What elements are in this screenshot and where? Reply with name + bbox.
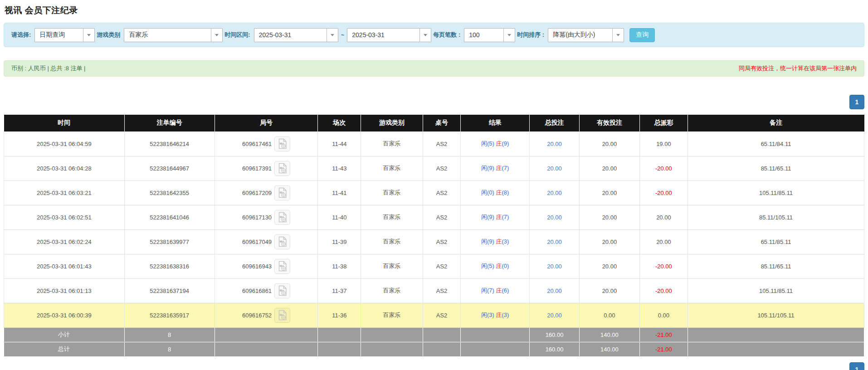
total-bet-link[interactable]: 20.00 xyxy=(547,312,562,319)
round-number: 609616943 xyxy=(242,263,272,270)
table-row: 2025-03-31 06:03:21522381642355609617209… xyxy=(4,180,864,205)
page-1-button-bottom[interactable]: 1 xyxy=(849,362,864,370)
search-button[interactable]: 查询 xyxy=(629,28,655,42)
chevron-down-icon xyxy=(419,29,431,42)
cell-table-no: AS2 xyxy=(423,131,460,156)
cell-total-bet[interactable]: 20.00 xyxy=(530,229,580,254)
cell-result: 闲(9) 庄(7) xyxy=(461,156,530,180)
cell-time: 2025-03-31 06:01:43 xyxy=(4,254,125,278)
cell-time: 2025-03-31 06:04:59 xyxy=(4,131,125,156)
chevron-down-icon xyxy=(83,29,94,42)
total-row-cell xyxy=(461,342,530,356)
cell-session: 11-41 xyxy=(318,180,361,205)
cell-result: 闲(0) 庄(8) xyxy=(461,180,530,205)
cell-total-bet[interactable]: 20.00 xyxy=(530,205,580,229)
cell-note: 105.11/105.11 xyxy=(688,303,864,327)
subtotal-row-cell: 小计 xyxy=(4,327,125,342)
cell-time: 2025-03-31 06:02:51 xyxy=(4,205,125,229)
result-banker: 庄 xyxy=(494,238,502,245)
cell-note: 85.11/105.11 xyxy=(688,205,864,229)
cell-total-bet[interactable]: 20.00 xyxy=(530,131,580,156)
video-file-icon[interactable] xyxy=(274,185,290,200)
cell-round: 609616943 xyxy=(215,254,318,278)
total-row-cell xyxy=(361,342,423,356)
video-file-icon[interactable] xyxy=(274,234,290,249)
result-player: 闲(0) xyxy=(481,189,494,196)
query-type-select[interactable]: 日期查询 xyxy=(34,28,95,42)
result-banker-points: (3) xyxy=(502,238,509,245)
result-player: 闲(5) xyxy=(481,263,494,269)
video-file-icon[interactable] xyxy=(274,259,290,274)
cell-note: 85.11/65.11 xyxy=(688,254,864,278)
cell-game-type: 百家乐 xyxy=(361,156,423,180)
cell-valid-bet: 20.00 xyxy=(580,278,640,303)
result-player: 闲(7) xyxy=(481,287,494,294)
video-file-icon[interactable] xyxy=(274,161,290,176)
cell-payout: 0.00 xyxy=(639,303,688,327)
cell-valid-bet: 20.00 xyxy=(580,229,640,254)
video-file-icon[interactable] xyxy=(274,308,290,323)
total-bet-link[interactable]: 20.00 xyxy=(547,141,562,147)
cell-total-bet[interactable]: 20.00 xyxy=(530,180,580,205)
cell-total-bet[interactable]: 20.00 xyxy=(530,156,580,180)
chevron-down-icon xyxy=(503,29,515,42)
cell-total-bet[interactable]: 20.00 xyxy=(530,254,580,278)
total-bet-link[interactable]: 20.00 xyxy=(547,214,562,221)
cell-note: 65.11/84.11 xyxy=(688,131,864,156)
result-banker: 庄 xyxy=(494,189,502,196)
subtotal-row-cell xyxy=(215,327,318,342)
cell-round: 609616861 xyxy=(215,278,318,303)
cell-table-no: AS2 xyxy=(423,278,460,303)
time-sort-select[interactable]: 降冪(由大到小) xyxy=(548,28,624,42)
cell-bet-id: 522381638316 xyxy=(124,254,215,278)
table-row: 2025-03-31 06:01:13522381637194609616861… xyxy=(4,278,864,303)
table-row: 2025-03-31 06:04:28522381644967609617391… xyxy=(4,156,864,180)
chevron-down-icon xyxy=(211,29,222,42)
cell-total-bet[interactable]: 20.00 xyxy=(530,303,580,327)
video-file-icon[interactable] xyxy=(274,283,290,298)
cell-valid-bet: 20.00 xyxy=(580,254,640,278)
total-row-cell xyxy=(688,342,864,356)
game-category-label: 游戏类别 xyxy=(97,31,120,39)
date-from-select[interactable]: 2025-03-31 xyxy=(254,28,338,42)
table-row: 2025-03-31 06:02:51522381641046609617130… xyxy=(4,205,864,229)
cell-session: 11-37 xyxy=(318,278,361,303)
cell-total-bet[interactable]: 20.00 xyxy=(530,278,580,303)
page-title: 视讯 会员下注纪录 xyxy=(5,5,864,16)
video-file-icon[interactable] xyxy=(274,136,290,151)
total-row-cell: -21.00 xyxy=(639,342,688,356)
result-banker: 庄 xyxy=(494,140,502,147)
total-row-cell xyxy=(423,342,460,356)
total-bet-link[interactable]: 20.00 xyxy=(547,287,562,294)
total-bet-link[interactable]: 20.00 xyxy=(547,190,562,196)
date-to-select[interactable]: 2025-03-31 xyxy=(347,28,431,42)
result-player: 闲(9) xyxy=(481,165,494,171)
cell-round: 609617391 xyxy=(215,156,318,180)
pagination-bottom: 1 xyxy=(4,362,864,370)
cell-bet-id: 522381644967 xyxy=(124,156,215,180)
cell-time: 2025-03-31 06:00:39 xyxy=(4,303,125,327)
cell-round: 609616752 xyxy=(215,303,318,327)
cell-game-type: 百家乐 xyxy=(361,254,423,278)
result-banker: 庄 xyxy=(494,165,502,171)
per-page-select[interactable]: 100 xyxy=(464,28,515,42)
total-row-cell xyxy=(318,342,361,356)
cell-round: 609617209 xyxy=(215,180,318,205)
total-bet-link[interactable]: 20.00 xyxy=(547,263,562,270)
cell-round: 609617049 xyxy=(215,229,318,254)
result-banker-points: (3) xyxy=(502,312,509,318)
cell-session: 11-44 xyxy=(318,131,361,156)
total-bet-link[interactable]: 20.00 xyxy=(547,165,562,172)
cell-time: 2025-03-31 06:03:21 xyxy=(4,180,125,205)
total-row-cell xyxy=(215,342,318,356)
round-number: 609617209 xyxy=(242,190,272,196)
total-bet-link[interactable]: 20.00 xyxy=(547,239,562,245)
round-number: 609617049 xyxy=(242,239,272,245)
cell-payout: 20.00 xyxy=(639,205,688,229)
subtotal-row-cell: -21.00 xyxy=(639,327,688,342)
cell-time: 2025-03-31 06:01:13 xyxy=(4,278,125,303)
video-file-icon[interactable] xyxy=(274,210,290,225)
game-category-select[interactable]: 百家乐 xyxy=(124,28,223,42)
page-1-button[interactable]: 1 xyxy=(849,95,864,109)
pagination-top: 1 xyxy=(4,95,864,109)
